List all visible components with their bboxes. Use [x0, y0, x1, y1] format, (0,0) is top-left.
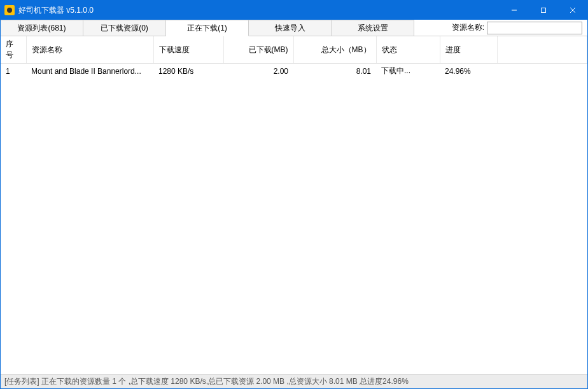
close-button[interactable] — [558, 1, 587, 20]
tab-quick-import[interactable]: 快速导入 — [249, 20, 332, 36]
window-controls — [500, 1, 587, 20]
download-table-area: 序号 资源名称 下载速度 已下载(MB) 总大小（MB） 状态 进度 1 Mou… — [1, 36, 587, 374]
tab-downloading[interactable]: 正在下载(1) — [166, 20, 249, 36]
minimize-button[interactable] — [500, 1, 529, 20]
header-status[interactable]: 状态 — [376, 36, 440, 64]
statusbar: [任务列表] 正在下载的资源数量 1 个 ,总下载速度 1280 KB/s,总已… — [1, 374, 587, 388]
search-area: 资源名称: — [447, 20, 587, 36]
app-icon — [4, 5, 15, 15]
toolbar: 资源列表(681) 已下载资源(0) 正在下载(1) 快速导入 系统设置 资源名… — [1, 20, 587, 36]
header-progress[interactable]: 进度 — [440, 36, 497, 64]
tabs: 资源列表(681) 已下载资源(0) 正在下载(1) 快速导入 系统设置 — [1, 20, 447, 36]
tab-resource-list[interactable]: 资源列表(681) — [1, 20, 83, 36]
header-name[interactable]: 资源名称 — [26, 36, 153, 64]
titlebar[interactable]: 好司机下载器 v5.1.0.0 — [1, 1, 587, 20]
table-header-row: 序号 资源名称 下载速度 已下载(MB) 总大小（MB） 状态 进度 — [1, 36, 587, 64]
header-spacer — [497, 36, 587, 64]
table-row[interactable]: 1 Mount and Blade II Bannerlord... 1280 … — [1, 64, 587, 79]
search-input[interactable] — [487, 22, 582, 34]
cell-progress: 24.96% — [440, 64, 497, 79]
tab-downloaded[interactable]: 已下载资源(0) — [83, 20, 166, 36]
svg-rect-2 — [542, 8, 546, 13]
header-downloaded[interactable]: 已下载(MB) — [223, 36, 293, 64]
header-total[interactable]: 总大小（MB） — [293, 36, 376, 64]
app-window: 好司机下载器 v5.1.0.0 资源列表(681) 已下载资源(0) 正在下载(… — [0, 0, 588, 389]
header-index[interactable]: 序号 — [1, 36, 26, 64]
window-title: 好司机下载器 v5.1.0.0 — [18, 5, 500, 16]
maximize-button[interactable] — [529, 1, 558, 20]
tab-settings[interactable]: 系统设置 — [332, 20, 414, 36]
cell-status: 下载中... — [376, 64, 440, 79]
download-table: 序号 资源名称 下载速度 已下载(MB) 总大小（MB） 状态 进度 1 Mou… — [1, 36, 587, 78]
cell-index: 1 — [1, 64, 26, 79]
close-icon — [570, 7, 576, 13]
header-speed[interactable]: 下载速度 — [153, 36, 223, 64]
cell-spacer — [497, 64, 587, 79]
cell-downloaded: 2.00 — [223, 64, 293, 79]
status-text: [任务列表] 正在下载的资源数量 1 个 ,总下载速度 1280 KB/s,总已… — [4, 376, 409, 387]
maximize-icon — [540, 7, 547, 13]
svg-point-0 — [7, 8, 12, 13]
cell-speed: 1280 KB/s — [153, 64, 223, 79]
search-label: 资源名称: — [452, 22, 484, 33]
cell-name: Mount and Blade II Bannerlord... — [26, 64, 153, 79]
minimize-icon — [511, 7, 517, 13]
cell-total: 8.01 — [293, 64, 376, 79]
